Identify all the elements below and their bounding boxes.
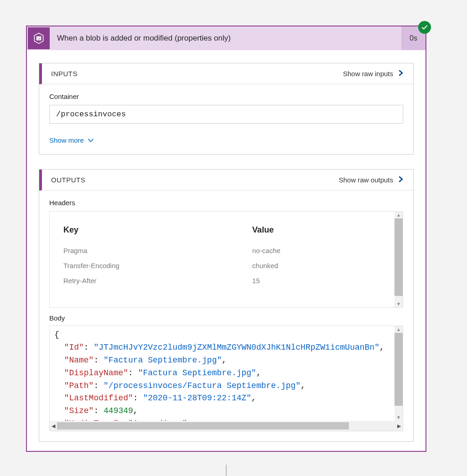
table-cell: 15 [252, 277, 389, 285]
scroll-left-icon[interactable]: ◀ [50, 423, 57, 429]
table-cell: Pragma [63, 247, 252, 254]
scroll-thumb[interactable] [394, 218, 403, 296]
status-success-badge [418, 21, 431, 34]
container-label: Container [49, 93, 403, 100]
card-header[interactable]: 10 When a blob is added or modified (pro… [27, 26, 425, 50]
chevron-down-icon [88, 136, 94, 144]
flow-step-card: 10 When a blob is added or modified (pro… [26, 26, 426, 452]
header-key-column: Key [63, 225, 252, 235]
inputs-panel: INPUTS Show raw inputs Container /proces… [39, 63, 414, 155]
inputs-content: Container /processinvoces Show more [39, 84, 413, 154]
headers-scrollbar[interactable]: ▲ ▼ [394, 212, 403, 307]
outputs-panel-header: OUTPUTS Show raw outputs [39, 170, 413, 191]
table-header-row: Key Value [63, 222, 389, 238]
table-cell: chunked [252, 262, 389, 269]
chevron-right-icon [398, 70, 404, 78]
table-row: Transfer-Encoding chunked [63, 258, 389, 273]
table-row: Retry-After 15 [63, 273, 389, 288]
checkmark-icon [421, 24, 428, 31]
card-body: INPUTS Show raw inputs Container /proces… [27, 50, 425, 451]
scroll-up-icon[interactable]: ▲ [395, 326, 402, 333]
svg-text:10: 10 [37, 37, 40, 40]
show-raw-outputs-label: Show raw outputs [339, 176, 393, 184]
inputs-panel-header: INPUTS Show raw inputs [39, 63, 413, 84]
header-value-column: Value [252, 225, 389, 235]
show-raw-outputs-button[interactable]: Show raw outputs [339, 176, 404, 184]
body-hscrollbar[interactable]: ◀ ▶ [50, 421, 403, 431]
scroll-down-icon[interactable]: ▼ [395, 414, 402, 421]
body-json-box: { "Id": "JTJmcHJvY2Vzc2ludm9jZXMlMmZGYWN… [49, 326, 403, 431]
table-cell: no-cache [252, 247, 389, 254]
container-value: /processinvoces [49, 105, 403, 124]
scroll-right-icon[interactable]: ▶ [395, 423, 403, 429]
scroll-down-icon[interactable]: ▼ [395, 300, 402, 307]
show-raw-inputs-label: Show raw inputs [343, 70, 393, 78]
scroll-up-icon[interactable]: ▲ [395, 212, 402, 218]
outputs-title: OUTPUTS [51, 176, 85, 184]
headers-label: Headers [49, 199, 403, 207]
scroll-thumb[interactable] [394, 333, 403, 406]
table-row: Pragma no-cache [63, 243, 389, 258]
connector-icon: 10 [28, 27, 50, 49]
table-cell: Transfer-Encoding [63, 262, 252, 269]
show-more-button[interactable]: Show more [49, 136, 94, 144]
body-vscrollbar[interactable]: ▲ ▼ [394, 326, 403, 421]
show-raw-inputs-button[interactable]: Show raw inputs [343, 70, 404, 78]
table-cell: Retry-After [63, 277, 252, 285]
inputs-title: INPUTS [51, 70, 78, 78]
body-json-content[interactable]: { "Id": "JTJmcHJvY2Vzc2ludm9jZXMlMmZGYWN… [50, 326, 403, 431]
show-more-label: Show more [49, 136, 84, 144]
chevron-right-icon [398, 176, 404, 184]
scroll-thumb[interactable] [57, 422, 349, 429]
headers-table-box: Key Value Pragma no-cache Transfer-Encod… [49, 211, 403, 308]
headers-table: Key Value Pragma no-cache Transfer-Encod… [50, 212, 403, 307]
card-title: When a blob is added or modified (proper… [51, 34, 401, 43]
outputs-panel: OUTPUTS Show raw outputs Headers Key Val… [39, 169, 414, 442]
flow-connector-line [226, 465, 227, 476]
outputs-content: Headers Key Value Pragma no-cache Transf… [39, 191, 413, 441]
body-label: Body [49, 314, 403, 322]
